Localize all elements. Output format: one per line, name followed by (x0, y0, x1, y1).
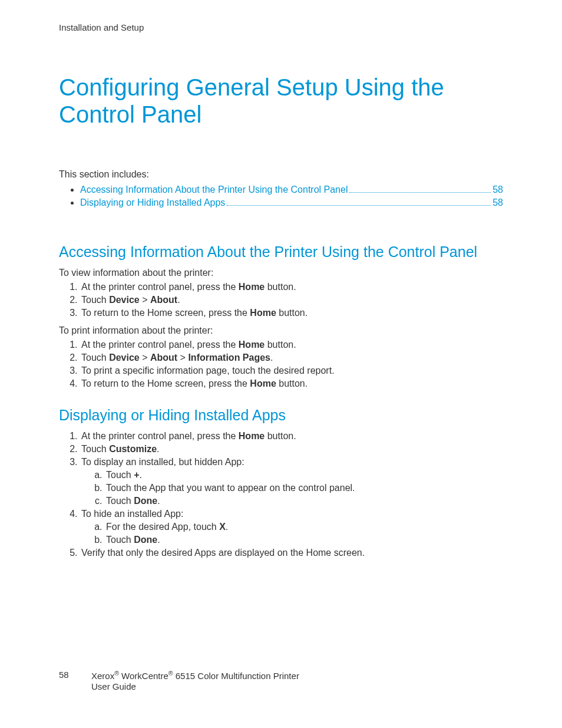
ordered-list: At the printer control panel, press the … (59, 282, 503, 318)
ordered-sublist: For the desired App, touch X. Touch Done… (81, 522, 503, 545)
product-footer-text: Xerox® WorkCentre® 6515 Color Multifunct… (91, 670, 299, 693)
registered-mark-icon: ® (114, 670, 119, 677)
toc-page-number[interactable]: 58 (492, 197, 503, 208)
toc-row: Displaying or Hiding Installed Apps 58 (80, 197, 503, 208)
list-item: Touch the App that you want to appear on… (105, 483, 503, 493)
toc-item: Displaying or Hiding Installed Apps 58 (80, 197, 503, 208)
bold-text: Customize (109, 444, 157, 454)
list-item: To print a specific information page, to… (80, 365, 503, 376)
bold-text: Home (239, 282, 265, 292)
text: . (157, 496, 160, 506)
text: Touch (106, 470, 134, 480)
text: button. (265, 340, 296, 350)
toc-link-accessing-info[interactable]: Accessing Information About the Printer … (80, 185, 348, 195)
toc-leader-dots (227, 197, 491, 206)
text: At the printer control panel, press the (81, 340, 239, 350)
bold-text: Home (250, 308, 276, 318)
bold-text: Information Pages (188, 353, 270, 363)
text: . (226, 522, 228, 532)
bold-text: Home (250, 378, 276, 388)
bold-text: About (150, 353, 177, 363)
toc-leader-dots (349, 185, 491, 193)
list-item: Verify that only the desired Apps are di… (80, 548, 503, 558)
text: . (270, 353, 273, 363)
text: Touch (106, 496, 134, 506)
bold-text: Device (109, 353, 140, 363)
bold-text: Done (134, 535, 157, 545)
model-text: 6515 Color Multifunction Printer (173, 671, 299, 681)
heading-accessing-info: Accessing Information About the Printer … (59, 243, 503, 261)
ordered-list: At the printer control panel, press the … (59, 340, 503, 389)
text: button. (276, 378, 308, 388)
bold-text: Home (239, 340, 265, 350)
text: > (177, 353, 188, 363)
bold-text: Done (134, 496, 157, 506)
bold-text: Home (239, 431, 265, 441)
list-item: Touch Device > About > Information Pages… (80, 353, 503, 363)
text: button. (265, 282, 296, 292)
list-item: For the desired App, touch X. (105, 522, 503, 532)
text: . (157, 535, 160, 545)
list-item: At the printer control panel, press the … (80, 431, 503, 442)
text: button. (265, 431, 296, 441)
section-intro: This section includes: (59, 169, 503, 180)
text: To hide an installed App: (81, 509, 183, 519)
list-item: Touch Customize. (80, 444, 503, 454)
ordered-list: At the printer control panel, press the … (59, 431, 503, 558)
bold-text: About (150, 295, 177, 305)
page-title: Configuring General Setup Using the Cont… (59, 74, 503, 128)
text: At the printer control panel, press the (81, 431, 239, 441)
paragraph: To print information about the printer: (59, 325, 503, 336)
brand-workcentre: WorkCentre (121, 671, 168, 681)
list-item: To return to the Home screen, press the … (80, 378, 503, 389)
list-item: To return to the Home screen, press the … (80, 308, 503, 318)
page-number: 58 (59, 670, 91, 693)
toc-link-displaying-apps[interactable]: Displaying or Hiding Installed Apps (80, 197, 225, 208)
text: . (139, 470, 141, 480)
text: Touch (81, 295, 109, 305)
list-item: Touch Done. (105, 535, 503, 545)
list-item: Touch Device > About. (80, 295, 503, 305)
document-page: Installation and Setup Configuring Gener… (0, 0, 562, 728)
text: To display an installed, but hidden App: (81, 457, 244, 467)
text: Touch (81, 353, 109, 363)
toc-page-number[interactable]: 58 (492, 185, 503, 195)
brand-xerox: Xerox (91, 671, 114, 681)
list-item: At the printer control panel, press the … (80, 340, 503, 350)
toc-item: Accessing Information About the Printer … (80, 185, 503, 195)
text: > (140, 295, 150, 305)
text: To return to the Home screen, press the (81, 308, 250, 318)
text: button. (276, 308, 308, 318)
toc-row: Accessing Information About the Printer … (80, 185, 503, 195)
paragraph: To view information about the printer: (59, 268, 503, 278)
text: To return to the Home screen, press the (81, 378, 250, 388)
text: > (140, 353, 150, 363)
text: . (157, 444, 159, 454)
running-head: Installation and Setup (59, 22, 503, 32)
registered-mark-icon: ® (168, 670, 173, 677)
list-item: Touch +. (105, 470, 503, 480)
footer-line2: User Guide (91, 681, 136, 691)
list-item: To hide an installed App: For the desire… (80, 509, 503, 545)
ordered-sublist: Touch +. Touch the App that you want to … (81, 470, 503, 506)
bold-text: Device (109, 295, 140, 305)
text: For the desired App, touch (106, 522, 219, 532)
text: Touch (81, 444, 109, 454)
text: . (177, 295, 180, 305)
text: Touch (106, 535, 134, 545)
bold-text: X (219, 522, 226, 532)
text: At the printer control panel, press the (81, 282, 239, 292)
heading-displaying-apps: Displaying or Hiding Installed Apps (59, 407, 503, 424)
toc-list: Accessing Information About the Printer … (59, 185, 503, 208)
list-item: To display an installed, but hidden App:… (80, 457, 503, 506)
list-item: Touch Done. (105, 496, 503, 506)
list-item: At the printer control panel, press the … (80, 282, 503, 292)
page-footer: 58 Xerox® WorkCentre® 6515 Color Multifu… (59, 670, 503, 693)
